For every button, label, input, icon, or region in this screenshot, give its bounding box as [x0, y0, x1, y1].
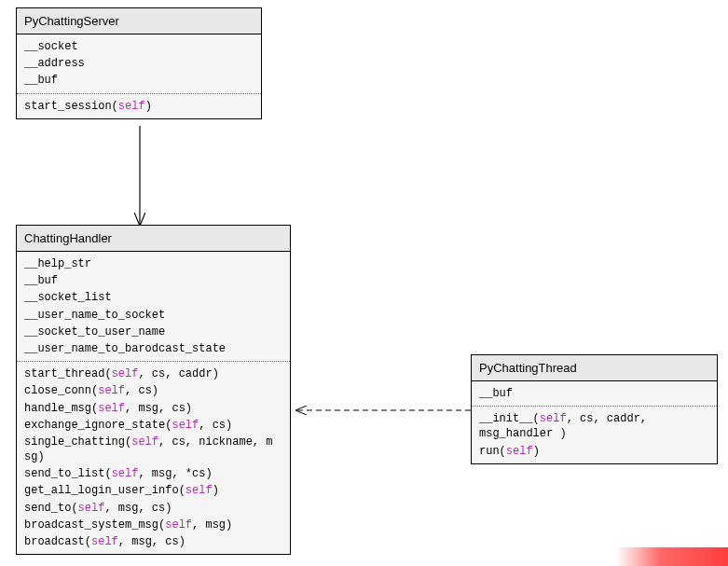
class-chattinghandler: ChattingHandler __help_str__buf__socket_… [16, 225, 291, 555]
class-title: PyChattingServer [17, 8, 261, 35]
method: single_chatting(self, cs, nickname, m sg… [24, 434, 282, 465]
attribute: __user_name_to_socket [24, 307, 282, 324]
method: get_all_login_user_info(self) [24, 482, 282, 499]
class-title: ChattingHandler [17, 226, 290, 252]
attribute: __socket [24, 38, 254, 55]
class-pychattingthread: PyChattingThread __buf __init__(self, cs… [471, 354, 718, 464]
method: send_to(self, msg, cs) [24, 500, 282, 517]
attribute: __buf [24, 272, 282, 289]
attribute: __user_name_to_barodcast_state [24, 340, 282, 357]
method: send_to_list(self, msg, *cs) [24, 465, 282, 482]
watermark [616, 547, 728, 566]
attribute: __socket_to_user_name [24, 324, 282, 340]
class-pychattingserver: PyChattingServer __socket__address__buf … [16, 7, 262, 119]
class-attributes: __help_str__buf__socket_list__user_name_… [17, 252, 290, 362]
class-attributes: __socket__address__buf [17, 35, 261, 94]
attribute: __socket_list [24, 289, 282, 306]
method: start_thread(self, cs, caddr) [24, 366, 282, 382]
attribute: __help_str [24, 255, 282, 272]
class-attributes: __buf [472, 381, 717, 407]
attribute: __buf [479, 385, 709, 402]
method: start_session(self) [24, 98, 254, 115]
attribute: __buf [24, 72, 254, 89]
method: __init__(self, cs, caddr, msg_handler ) [479, 410, 709, 442]
method: exchange_ignore_state(self, cs) [24, 417, 282, 434]
class-methods: __init__(self, cs, caddr, msg_handler )r… [472, 407, 717, 463]
method: close_conn(self, cs) [24, 382, 282, 399]
class-methods: start_thread(self, cs, caddr)close_conn(… [17, 362, 290, 554]
method: broadcast_system_msg(self, msg) [24, 517, 282, 533]
method: run(self) [479, 443, 709, 460]
attribute: __address [24, 55, 254, 72]
class-methods: start_session(self) [17, 94, 261, 118]
method: broadcast(self, msg, cs) [24, 533, 282, 550]
method: handle_msg(self, msg, cs) [24, 400, 282, 417]
class-title: PyChattingThread [472, 355, 717, 381]
